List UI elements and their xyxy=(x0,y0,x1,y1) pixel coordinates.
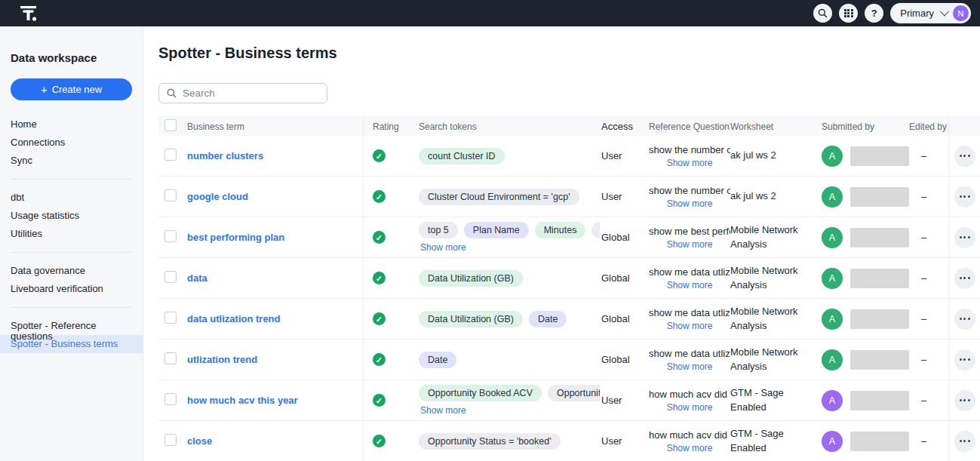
thoughtspot-logo-icon[interactable] xyxy=(20,5,38,23)
business-term-link[interactable]: close xyxy=(187,435,363,447)
reference-show-more-link[interactable]: Show more xyxy=(649,280,730,290)
token-chip: Opportunity C xyxy=(548,385,600,401)
worksheet-cell: Mobile Network Analysis xyxy=(730,305,819,333)
row-checkbox[interactable] xyxy=(164,434,177,446)
row-checkbox[interactable] xyxy=(164,230,177,242)
actions-cell xyxy=(948,340,980,380)
table-search-box[interactable] xyxy=(158,83,327,103)
token-chip-list: Opportunity Booked ACVOpportunity C xyxy=(419,385,600,401)
select-all-checkbox[interactable] xyxy=(164,119,177,131)
help-icon[interactable]: ? xyxy=(865,4,883,23)
actions-cell xyxy=(948,217,980,257)
reference-show-more-link[interactable]: Show more xyxy=(649,361,730,372)
sidebar-item-dbt[interactable]: dbt xyxy=(0,189,143,207)
create-new-button[interactable]: + Create new xyxy=(11,78,132,100)
business-term-link[interactable]: utlization trend xyxy=(187,354,363,365)
reference-show-more-link[interactable]: Show more xyxy=(649,158,730,168)
global-search-icon[interactable] xyxy=(813,4,832,23)
worksheet-cell: ak jul ws 2 xyxy=(730,189,819,204)
row-checkbox[interactable] xyxy=(164,352,177,364)
sidebar-item-home[interactable]: Home xyxy=(0,115,143,134)
actions-cell xyxy=(948,299,980,339)
business-term-link[interactable]: how much acv this year xyxy=(187,395,363,406)
reference-show-more-link[interactable]: Show more xyxy=(649,443,730,453)
header-edited-by: Edited by xyxy=(909,121,948,132)
worksheet-cell: Mobile Network Analysis xyxy=(730,264,819,293)
business-term-link[interactable]: data utlization trend xyxy=(187,313,363,324)
table-row: data utlization trend ✓ Data Utilization… xyxy=(158,299,980,340)
user-avatar[interactable]: N xyxy=(953,5,969,21)
actions-cell xyxy=(948,380,980,420)
row-checkbox-cell xyxy=(158,312,187,327)
sidebar-item-sync[interactable]: Sync xyxy=(0,152,143,170)
more-actions-button[interactable] xyxy=(954,186,975,207)
reference-question-text: show me data utlizati xyxy=(649,266,730,278)
reference-show-more-link[interactable]: Show more xyxy=(649,402,730,413)
search-tokens-cell: Opportunity Status = 'booked' Show more xyxy=(411,433,600,450)
row-checkbox[interactable] xyxy=(164,393,177,405)
reference-show-more-link[interactable]: Show more xyxy=(649,239,730,250)
more-actions-button[interactable] xyxy=(954,390,975,411)
search-input[interactable] xyxy=(183,88,319,99)
org-switcher[interactable]: Primary N xyxy=(890,3,971,23)
worksheet-cell: GTM - Sage Enabled xyxy=(730,386,819,415)
row-checkbox[interactable] xyxy=(164,149,177,161)
token-chip-list: Cluster Cloud Environment = 'gcp' xyxy=(419,189,600,205)
apps-grid-icon[interactable] xyxy=(839,4,858,23)
sidebar-item-connections[interactable]: Connections xyxy=(0,134,143,152)
business-term-link[interactable]: data xyxy=(187,272,363,284)
submitted-by-cell: A xyxy=(819,349,909,370)
redacted-name-block xyxy=(850,228,909,247)
submitted-by-cell: A xyxy=(819,227,909,248)
reference-question-cell: how much acv did w Show more xyxy=(649,429,730,453)
token-chip: Cluster Cloud Environment = 'gcp' xyxy=(419,189,579,205)
sidebar-item-spotter-business-terms[interactable]: Spotter - Business terms xyxy=(0,335,143,353)
row-checkbox[interactable] xyxy=(164,189,177,201)
more-actions-button[interactable] xyxy=(954,349,975,370)
sidebar-item-utilities[interactable]: Utilities xyxy=(0,225,143,243)
sidebar-divider xyxy=(11,252,132,253)
header-actions xyxy=(948,116,980,136)
more-actions-button[interactable] xyxy=(954,146,975,167)
business-term-link[interactable]: google cloud xyxy=(187,191,363,202)
token-chip: Date xyxy=(419,352,456,368)
reference-show-more-link[interactable]: Show more xyxy=(649,321,730,331)
sidebar-item-liveboard-verification[interactable]: Liveboard verification xyxy=(0,280,143,298)
search-tokens-cell: top 5Plan NameMinutessort b Show more xyxy=(411,222,600,253)
sidebar-item-usage-statistics[interactable]: Usage statistics xyxy=(0,207,143,225)
business-term-link[interactable]: best performing plan xyxy=(187,232,363,243)
row-checkbox-cell xyxy=(158,271,187,286)
actions-cell xyxy=(948,136,980,176)
worksheet-cell: GTM - Sage Enabled xyxy=(730,427,819,456)
more-actions-button[interactable] xyxy=(954,227,975,248)
row-checkbox-cell xyxy=(158,230,187,245)
search-tokens-cell: Opportunity Booked ACVOpportunity C Show… xyxy=(411,385,600,416)
sidebar-item-data-governance[interactable]: Data governance xyxy=(0,262,143,280)
more-actions-button[interactable] xyxy=(954,268,975,289)
sidebar-nav: HomeConnectionsSyncdbtUsage statisticsUt… xyxy=(0,115,143,353)
token-chip: sort b xyxy=(591,222,600,238)
more-actions-button[interactable] xyxy=(954,309,975,330)
tokens-show-more-link[interactable]: Show more xyxy=(420,405,466,416)
business-term-link[interactable]: number clusters xyxy=(187,150,363,161)
reference-question-cell: show me best perfor Show more xyxy=(649,226,730,250)
reference-question-text: how much acv did w xyxy=(649,389,730,400)
tokens-show-more-link[interactable]: Show more xyxy=(420,242,466,253)
worksheet-cell: Mobile Network Analysis xyxy=(730,346,819,374)
actions-cell xyxy=(948,258,980,298)
search-tokens-cell: Cluster Cloud Environment = 'gcp' Show m… xyxy=(411,189,600,205)
token-chip: count Cluster ID xyxy=(419,148,505,164)
sidebar-item-spotter-reference-questions[interactable]: Spotter - Reference questions xyxy=(0,317,143,335)
more-actions-button[interactable] xyxy=(954,431,975,452)
redacted-name-block xyxy=(850,432,909,451)
row-checkbox[interactable] xyxy=(164,312,177,324)
reference-show-more-link[interactable]: Show more xyxy=(649,198,730,209)
actions-cell xyxy=(948,177,980,217)
access-cell: User xyxy=(600,435,649,447)
reference-question-text: how much acv did w xyxy=(649,429,730,441)
reference-question-text: show me best perfor xyxy=(649,226,730,237)
access-cell: Global xyxy=(600,313,649,324)
row-checkbox[interactable] xyxy=(164,271,177,283)
sidebar-title: Data workspace xyxy=(11,51,143,64)
rating-cell: ✓ xyxy=(363,380,411,420)
